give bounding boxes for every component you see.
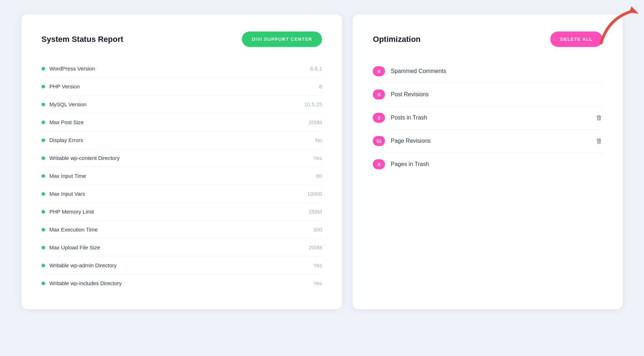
status-item: Max Post Size 200M — [42, 113, 322, 131]
status-item-label: Max Upload File Size — [49, 244, 100, 250]
status-item-label: Display Errors — [49, 137, 83, 143]
status-item: Display Errors No — [42, 131, 322, 149]
status-item-value: Yes — [313, 262, 322, 268]
optimization-item: 0 Pages in Trash — [373, 153, 602, 176]
arrow-decoration — [597, 4, 640, 47]
opt-item-label: Posts in Trash — [391, 114, 590, 121]
opt-count-badge: 0 — [373, 66, 385, 76]
opt-count-badge: 2 — [373, 113, 385, 123]
status-item-label: Max Input Vars — [49, 191, 85, 197]
status-item-left: PHP Memory Limit — [42, 209, 94, 215]
status-item-label: Max Execution Time — [49, 226, 98, 233]
trash-icon[interactable]: 🗑 — [596, 114, 602, 122]
status-dot — [42, 138, 45, 142]
status-dot — [42, 174, 45, 178]
status-item: PHP Memory Limit 256M — [42, 203, 322, 221]
status-item-left: Writable wp-content Directory — [42, 155, 119, 161]
optimization-item: 0 Post Revisions — [373, 83, 602, 106]
optimization-card: Optimization DELETE ALL 0 Spammed Commen… — [353, 14, 623, 309]
status-item-left: MySQL Version — [42, 101, 87, 107]
status-item-value: 256M — [309, 209, 322, 215]
status-dot — [42, 103, 45, 106]
status-item-left: Max Input Vars — [42, 191, 85, 197]
status-dot — [42, 264, 45, 267]
system-status-card: System Status Report DIVI SUPPORT CENTER… — [21, 14, 342, 309]
status-item: Max Input Time 60 — [42, 167, 322, 185]
status-item-left: Writable wp-admin Directory — [42, 262, 117, 268]
status-item-value: Yes — [313, 280, 322, 286]
delete-all-button[interactable]: DELETE ALL — [550, 31, 602, 47]
status-item-label: Max Post Size — [49, 119, 84, 125]
svg-marker-0 — [629, 6, 639, 14]
opt-item-label: Pages in Trash — [391, 161, 602, 167]
status-item-left: WordPress Version — [42, 65, 95, 72]
status-item: Writable wp-admin Directory Yes — [42, 257, 322, 274]
opt-item-label: Spammed Comments — [391, 68, 602, 74]
status-item: Max Execution Time 300 — [42, 221, 322, 239]
status-item: MySQL Version 10.5.25 — [42, 96, 322, 113]
trash-icon[interactable]: 🗑 — [596, 137, 602, 145]
status-item-value: 8 — [319, 83, 322, 89]
status-dot — [42, 246, 45, 249]
system-status-title: System Status Report — [42, 35, 123, 44]
status-item-left: PHP Version — [42, 83, 80, 89]
optimization-item: 2 Posts in Trash 🗑 — [373, 106, 602, 130]
status-dot — [42, 67, 45, 70]
status-item-value: 10000 — [307, 191, 322, 197]
status-item-value: 300 — [313, 226, 322, 233]
status-item-left: Max Input Time — [42, 173, 86, 179]
status-item-label: Max Input Time — [49, 173, 86, 179]
status-item-left: Max Execution Time — [42, 226, 98, 233]
status-item-value: 6.6.1 — [310, 65, 322, 72]
page-wrapper: System Status Report DIVI SUPPORT CENTER… — [21, 14, 623, 309]
status-item-label: Writable wp-content Directory — [49, 155, 119, 161]
status-item-value: 200M — [309, 119, 322, 125]
status-item-label: MySQL Version — [49, 101, 87, 107]
status-dot — [42, 192, 45, 196]
status-item-label: Writable wp-includes Directory — [49, 280, 122, 286]
status-item-left: Display Errors — [42, 137, 83, 143]
opt-item-label: Page Revisions — [391, 138, 590, 144]
status-item: Writable wp-content Directory Yes — [42, 149, 322, 167]
status-item: Max Upload File Size 200M — [42, 239, 322, 257]
status-dot — [42, 156, 45, 160]
status-item-value: Yes — [313, 155, 322, 161]
status-item: Max Input Vars 10000 — [42, 185, 322, 203]
status-item-label: PHP Version — [49, 83, 80, 89]
status-item-left: Writable wp-includes Directory — [42, 280, 122, 286]
status-item-label: Writable wp-admin Directory — [49, 262, 117, 268]
opt-count-badge: 51 — [373, 136, 385, 146]
optimization-title: Optimization — [373, 35, 420, 44]
optimization-item: 0 Spammed Comments — [373, 60, 602, 83]
status-dot — [42, 85, 45, 88]
status-item-value: 60 — [316, 173, 322, 179]
status-item-label: PHP Memory Limit — [49, 209, 94, 215]
status-item-value: 10.5.25 — [304, 101, 322, 107]
status-dot — [42, 282, 45, 285]
status-dot — [42, 210, 45, 214]
status-item-left: Max Upload File Size — [42, 244, 100, 250]
optimization-header: Optimization DELETE ALL — [373, 31, 602, 47]
status-list: WordPress Version 6.6.1 PHP Version 8 My… — [42, 60, 322, 292]
status-item-value: No — [315, 137, 322, 143]
optimization-list: 0 Spammed Comments 0 Post Revisions 2 Po… — [373, 60, 602, 176]
status-dot — [42, 121, 45, 124]
opt-item-label: Post Revisions — [391, 91, 602, 98]
status-dot — [42, 228, 45, 231]
opt-count-badge: 0 — [373, 89, 385, 99]
optimization-item: 51 Page Revisions 🗑 — [373, 130, 602, 153]
status-item-label: WordPress Version — [49, 65, 95, 72]
status-item-left: Max Post Size — [42, 119, 84, 125]
divi-support-center-button[interactable]: DIVI SUPPORT CENTER — [242, 31, 322, 47]
status-item: WordPress Version 6.6.1 — [42, 60, 322, 78]
status-item: PHP Version 8 — [42, 78, 322, 96]
status-item-value: 200M — [309, 244, 322, 250]
opt-count-badge: 0 — [373, 159, 385, 169]
status-item: Writable wp-includes Directory Yes — [42, 274, 322, 292]
system-status-header: System Status Report DIVI SUPPORT CENTER — [42, 31, 322, 47]
